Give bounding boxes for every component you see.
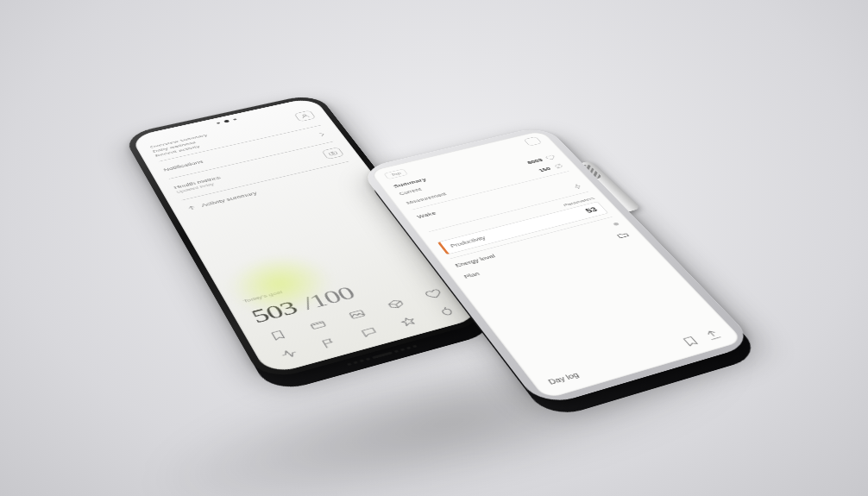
- highlight-label: Productivity: [449, 235, 487, 248]
- data-row-value: 8003: [526, 158, 544, 166]
- box-icon[interactable]: [382, 296, 409, 312]
- flag-icon[interactable]: [316, 335, 343, 352]
- metric-caption: Today's goal: [226, 251, 435, 308]
- list-item-label: Plan: [462, 271, 481, 279]
- data-row-value: 150: [538, 166, 552, 173]
- wallet-icon[interactable]: [305, 317, 331, 333]
- sensor-dot: [233, 118, 237, 120]
- svg-point-2: [331, 153, 335, 154]
- arrow-up-icon: [186, 204, 198, 212]
- star-icon[interactable]: [394, 313, 421, 330]
- folder-icon: [615, 231, 632, 240]
- list-item-label: Notifications: [163, 160, 204, 173]
- highlight-value: 53: [584, 206, 600, 215]
- metric-total: /100: [298, 282, 359, 314]
- activity-icon[interactable]: [276, 345, 303, 362]
- bottom-label: Day log: [547, 371, 581, 386]
- svg-rect-3: [311, 321, 325, 329]
- svg-point-0: [302, 114, 306, 116]
- accent-glow: [217, 246, 345, 324]
- sync-icon: [552, 163, 565, 170]
- profile-icon[interactable]: [293, 110, 316, 122]
- bookmark-icon[interactable]: [265, 327, 292, 344]
- metric-value: 503: [248, 297, 302, 327]
- apple-icon[interactable]: [433, 304, 460, 320]
- camera-icon[interactable]: [322, 148, 345, 160]
- share-icon[interactable]: [701, 328, 725, 342]
- bolt-icon: [571, 183, 584, 190]
- bookmark-icon[interactable]: [679, 335, 702, 348]
- landscape-icon[interactable]: [343, 306, 370, 323]
- heart-outline-icon: [544, 154, 557, 161]
- dot-icon: [613, 223, 620, 226]
- chat-icon[interactable]: [355, 323, 382, 341]
- heart-icon[interactable]: [420, 286, 447, 302]
- camera-dot: [223, 120, 230, 123]
- sensor-dot: [217, 122, 221, 123]
- list-item-label: Energy level: [454, 254, 497, 268]
- svg-rect-4: [349, 311, 365, 319]
- nav-icon-row-1: [243, 278, 466, 351]
- metric-display: 503 /100: [230, 255, 453, 332]
- chevron-right-icon: [315, 130, 330, 138]
